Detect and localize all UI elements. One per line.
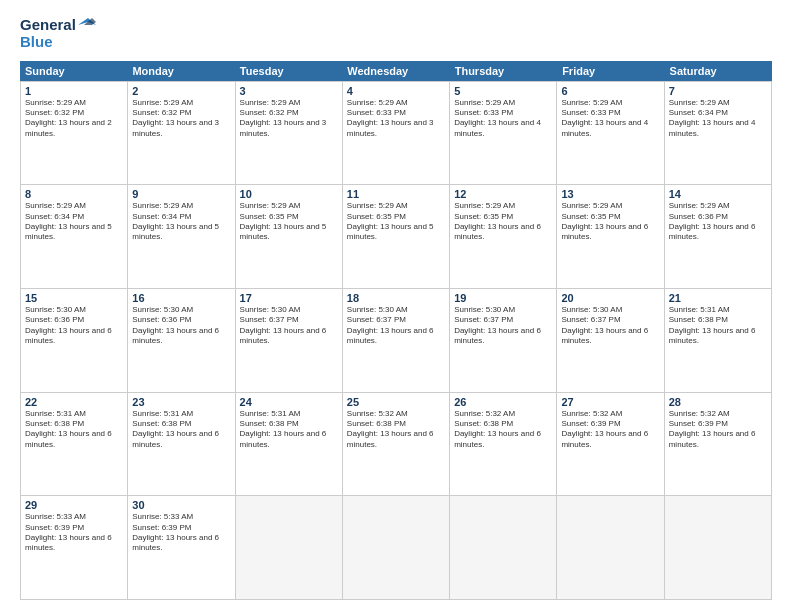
cal-cell: 14 Sunrise: 5:29 AM Sunset: 6:36 PM Dayl…	[665, 185, 772, 288]
day-number: 19	[454, 292, 552, 304]
day-number: 8	[25, 188, 123, 200]
cell-info: Sunrise: 5:29 AM Sunset: 6:35 PM Dayligh…	[347, 201, 445, 243]
day-number: 30	[132, 499, 230, 511]
cal-cell	[450, 496, 557, 599]
cal-cell: 2 Sunrise: 5:29 AM Sunset: 6:32 PM Dayli…	[128, 82, 235, 185]
day-number: 10	[240, 188, 338, 200]
page: General Blue SundayMondayTuesdayWednesda…	[0, 0, 792, 612]
cell-info: Sunrise: 5:31 AM Sunset: 6:38 PM Dayligh…	[240, 409, 338, 451]
cal-header-day-wednesday: Wednesday	[342, 61, 449, 81]
cell-info: Sunrise: 5:29 AM Sunset: 6:34 PM Dayligh…	[669, 98, 767, 140]
cell-info: Sunrise: 5:33 AM Sunset: 6:39 PM Dayligh…	[132, 512, 230, 554]
cal-cell: 13 Sunrise: 5:29 AM Sunset: 6:35 PM Dayl…	[557, 185, 664, 288]
day-number: 13	[561, 188, 659, 200]
cell-info: Sunrise: 5:30 AM Sunset: 6:36 PM Dayligh…	[132, 305, 230, 347]
cal-cell: 12 Sunrise: 5:29 AM Sunset: 6:35 PM Dayl…	[450, 185, 557, 288]
day-number: 2	[132, 85, 230, 97]
cell-info: Sunrise: 5:30 AM Sunset: 6:36 PM Dayligh…	[25, 305, 123, 347]
cal-cell: 10 Sunrise: 5:29 AM Sunset: 6:35 PM Dayl…	[236, 185, 343, 288]
cal-cell: 19 Sunrise: 5:30 AM Sunset: 6:37 PM Dayl…	[450, 289, 557, 392]
day-number: 6	[561, 85, 659, 97]
day-number: 5	[454, 85, 552, 97]
cal-cell: 7 Sunrise: 5:29 AM Sunset: 6:34 PM Dayli…	[665, 82, 772, 185]
day-number: 9	[132, 188, 230, 200]
cell-info: Sunrise: 5:29 AM Sunset: 6:34 PM Dayligh…	[132, 201, 230, 243]
day-number: 7	[669, 85, 767, 97]
day-number: 26	[454, 396, 552, 408]
logo-blue-text: Blue	[20, 33, 96, 50]
cal-cell: 29 Sunrise: 5:33 AM Sunset: 6:39 PM Dayl…	[21, 496, 128, 599]
cell-info: Sunrise: 5:29 AM Sunset: 6:35 PM Dayligh…	[561, 201, 659, 243]
day-number: 21	[669, 292, 767, 304]
cal-week-4: 22 Sunrise: 5:31 AM Sunset: 6:38 PM Dayl…	[21, 393, 772, 497]
day-number: 18	[347, 292, 445, 304]
cal-cell: 25 Sunrise: 5:32 AM Sunset: 6:38 PM Dayl…	[343, 393, 450, 496]
cell-info: Sunrise: 5:29 AM Sunset: 6:35 PM Dayligh…	[240, 201, 338, 243]
day-number: 1	[25, 85, 123, 97]
cal-cell: 1 Sunrise: 5:29 AM Sunset: 6:32 PM Dayli…	[21, 82, 128, 185]
cal-cell: 30 Sunrise: 5:33 AM Sunset: 6:39 PM Dayl…	[128, 496, 235, 599]
cell-info: Sunrise: 5:32 AM Sunset: 6:39 PM Dayligh…	[561, 409, 659, 451]
cal-header-day-friday: Friday	[557, 61, 664, 81]
calendar: SundayMondayTuesdayWednesdayThursdayFrid…	[20, 61, 772, 601]
cal-cell	[665, 496, 772, 599]
cal-cell: 18 Sunrise: 5:30 AM Sunset: 6:37 PM Dayl…	[343, 289, 450, 392]
day-number: 11	[347, 188, 445, 200]
cal-cell: 28 Sunrise: 5:32 AM Sunset: 6:39 PM Dayl…	[665, 393, 772, 496]
cell-info: Sunrise: 5:29 AM Sunset: 6:34 PM Dayligh…	[25, 201, 123, 243]
day-number: 12	[454, 188, 552, 200]
cal-header-day-saturday: Saturday	[665, 61, 772, 81]
cal-week-1: 1 Sunrise: 5:29 AM Sunset: 6:32 PM Dayli…	[21, 82, 772, 186]
cell-info: Sunrise: 5:31 AM Sunset: 6:38 PM Dayligh…	[132, 409, 230, 451]
cell-info: Sunrise: 5:29 AM Sunset: 6:32 PM Dayligh…	[132, 98, 230, 140]
cal-cell: 9 Sunrise: 5:29 AM Sunset: 6:34 PM Dayli…	[128, 185, 235, 288]
cal-cell: 23 Sunrise: 5:31 AM Sunset: 6:38 PM Dayl…	[128, 393, 235, 496]
day-number: 22	[25, 396, 123, 408]
day-number: 23	[132, 396, 230, 408]
cell-info: Sunrise: 5:29 AM Sunset: 6:33 PM Dayligh…	[561, 98, 659, 140]
header: General Blue	[20, 16, 772, 51]
cal-cell: 16 Sunrise: 5:30 AM Sunset: 6:36 PM Dayl…	[128, 289, 235, 392]
cal-cell: 8 Sunrise: 5:29 AM Sunset: 6:34 PM Dayli…	[21, 185, 128, 288]
cal-cell: 21 Sunrise: 5:31 AM Sunset: 6:38 PM Dayl…	[665, 289, 772, 392]
day-number: 3	[240, 85, 338, 97]
cell-info: Sunrise: 5:33 AM Sunset: 6:39 PM Dayligh…	[25, 512, 123, 554]
day-number: 28	[669, 396, 767, 408]
cell-info: Sunrise: 5:32 AM Sunset: 6:39 PM Dayligh…	[669, 409, 767, 451]
cell-info: Sunrise: 5:29 AM Sunset: 6:35 PM Dayligh…	[454, 201, 552, 243]
day-number: 25	[347, 396, 445, 408]
calendar-header: SundayMondayTuesdayWednesdayThursdayFrid…	[20, 61, 772, 81]
logo: General Blue	[20, 16, 96, 51]
cell-info: Sunrise: 5:29 AM Sunset: 6:36 PM Dayligh…	[669, 201, 767, 243]
cell-info: Sunrise: 5:29 AM Sunset: 6:33 PM Dayligh…	[347, 98, 445, 140]
day-number: 4	[347, 85, 445, 97]
cal-cell: 4 Sunrise: 5:29 AM Sunset: 6:33 PM Dayli…	[343, 82, 450, 185]
cal-header-day-thursday: Thursday	[450, 61, 557, 81]
logo-arrow	[78, 18, 96, 32]
cal-header-day-tuesday: Tuesday	[235, 61, 342, 81]
cal-cell	[236, 496, 343, 599]
cell-info: Sunrise: 5:31 AM Sunset: 6:38 PM Dayligh…	[25, 409, 123, 451]
cal-cell: 6 Sunrise: 5:29 AM Sunset: 6:33 PM Dayli…	[557, 82, 664, 185]
cell-info: Sunrise: 5:30 AM Sunset: 6:37 PM Dayligh…	[347, 305, 445, 347]
day-number: 17	[240, 292, 338, 304]
day-number: 16	[132, 292, 230, 304]
cell-info: Sunrise: 5:30 AM Sunset: 6:37 PM Dayligh…	[561, 305, 659, 347]
day-number: 24	[240, 396, 338, 408]
cal-week-3: 15 Sunrise: 5:30 AM Sunset: 6:36 PM Dayl…	[21, 289, 772, 393]
day-number: 29	[25, 499, 123, 511]
cell-info: Sunrise: 5:29 AM Sunset: 6:32 PM Dayligh…	[240, 98, 338, 140]
cell-info: Sunrise: 5:31 AM Sunset: 6:38 PM Dayligh…	[669, 305, 767, 347]
cal-header-day-sunday: Sunday	[20, 61, 127, 81]
cell-info: Sunrise: 5:32 AM Sunset: 6:38 PM Dayligh…	[347, 409, 445, 451]
cell-info: Sunrise: 5:29 AM Sunset: 6:33 PM Dayligh…	[454, 98, 552, 140]
day-number: 15	[25, 292, 123, 304]
cal-cell: 27 Sunrise: 5:32 AM Sunset: 6:39 PM Dayl…	[557, 393, 664, 496]
cal-cell: 11 Sunrise: 5:29 AM Sunset: 6:35 PM Dayl…	[343, 185, 450, 288]
cell-info: Sunrise: 5:30 AM Sunset: 6:37 PM Dayligh…	[454, 305, 552, 347]
cal-week-2: 8 Sunrise: 5:29 AM Sunset: 6:34 PM Dayli…	[21, 185, 772, 289]
cal-cell: 5 Sunrise: 5:29 AM Sunset: 6:33 PM Dayli…	[450, 82, 557, 185]
cal-cell: 26 Sunrise: 5:32 AM Sunset: 6:38 PM Dayl…	[450, 393, 557, 496]
cal-week-5: 29 Sunrise: 5:33 AM Sunset: 6:39 PM Dayl…	[21, 496, 772, 600]
cal-cell: 22 Sunrise: 5:31 AM Sunset: 6:38 PM Dayl…	[21, 393, 128, 496]
